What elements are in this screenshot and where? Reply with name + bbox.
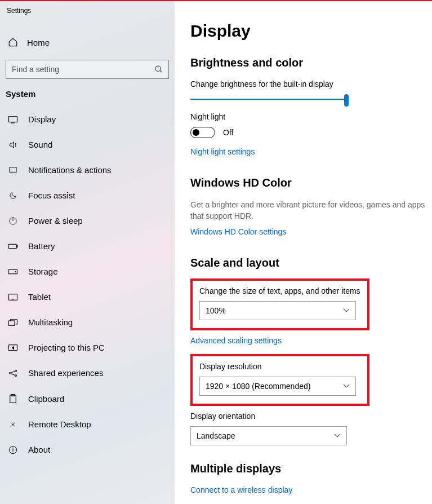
moon-icon xyxy=(8,191,18,200)
sidebar-item-label: Battery xyxy=(28,241,55,251)
chevron-down-icon xyxy=(343,308,350,313)
wireless-display-link[interactable]: Connect to a wireless display xyxy=(190,485,432,494)
brightness-section: Brightness and color Change brightness f… xyxy=(190,56,432,156)
section-title: Scale and layout xyxy=(190,257,432,269)
section-title: Multiple displays xyxy=(190,462,432,475)
nightlight-state: Off xyxy=(223,128,233,137)
sidebar-item-label: Power & sleep xyxy=(28,216,83,226)
chevron-down-icon xyxy=(343,384,350,388)
svg-point-10 xyxy=(15,271,16,272)
text-size-value: 100% xyxy=(206,306,226,315)
sidebar-item-label: Display xyxy=(28,114,56,124)
text-size-select[interactable]: 100% xyxy=(199,301,356,320)
resolution-highlight-box: Display resolution 1920 × 1080 (Recommen… xyxy=(190,354,369,406)
remote-icon xyxy=(8,420,18,429)
sidebar-item-label: Remote Desktop xyxy=(28,419,91,429)
sidebar-item-battery[interactable]: Battery xyxy=(0,233,175,259)
sidebar-item-label: Tablet xyxy=(28,292,51,302)
slider-thumb[interactable] xyxy=(344,94,349,107)
chevron-down-icon xyxy=(334,434,341,438)
resolution-label: Display resolution xyxy=(199,362,360,371)
sidebar-item-shared[interactable]: Shared experiences xyxy=(0,360,175,386)
orientation-value: Landscape xyxy=(197,431,235,440)
sidebar-item-label: Clipboard xyxy=(28,394,64,404)
sidebar: Settings Home System Display Sound xyxy=(0,0,175,504)
nightlight-label: Night light xyxy=(190,112,432,121)
sidebar-item-label: Shared experiences xyxy=(28,368,103,378)
sidebar-item-label: About xyxy=(28,445,50,454)
projecting-icon xyxy=(8,344,18,352)
scale-section: Scale and layout Change the size of text… xyxy=(190,257,432,445)
svg-rect-7 xyxy=(9,244,17,249)
orientation-label: Display orientation xyxy=(190,412,432,421)
hdcolor-link[interactable]: Windows HD Color settings xyxy=(190,227,432,236)
display-icon xyxy=(8,116,18,123)
sidebar-item-label: Projecting to this PC xyxy=(28,343,105,352)
info-icon xyxy=(8,445,18,454)
section-title: Windows HD Color xyxy=(190,176,432,189)
sidebar-item-label: Focus assist xyxy=(28,191,75,200)
shared-icon xyxy=(8,369,18,378)
sidebar-item-label: Multitasking xyxy=(28,317,73,327)
svg-rect-8 xyxy=(17,245,18,247)
svg-point-15 xyxy=(9,372,11,374)
home-label: Home xyxy=(27,38,50,47)
sidebar-item-power[interactable]: Power & sleep xyxy=(0,208,175,233)
svg-line-19 xyxy=(11,373,15,375)
sidebar-item-projecting[interactable]: Projecting to this PC xyxy=(0,335,175,360)
hdcolor-section: Windows HD Color Get a brighter and more… xyxy=(190,176,432,236)
svg-point-17 xyxy=(15,374,17,376)
svg-point-12 xyxy=(13,299,14,300)
brightness-slider[interactable] xyxy=(190,99,347,100)
svg-point-16 xyxy=(15,370,17,372)
home-nav[interactable]: Home xyxy=(0,30,175,54)
sidebar-item-about[interactable]: About xyxy=(0,437,175,462)
page-title: Display xyxy=(190,21,432,41)
main-content: Display Brightness and color Change brig… xyxy=(175,0,432,504)
nightlight-toggle[interactable] xyxy=(190,127,215,138)
scale-highlight-box: Change the size of text, apps, and other… xyxy=(190,278,369,330)
sidebar-item-storage[interactable]: Storage xyxy=(0,259,175,284)
nightlight-settings-link[interactable]: Night light settings xyxy=(190,147,432,156)
hdcolor-desc: Get a brighter and more vibrant picture … xyxy=(190,200,432,222)
svg-rect-2 xyxy=(9,116,17,122)
home-icon xyxy=(8,37,18,47)
svg-point-24 xyxy=(12,448,13,448)
power-icon xyxy=(8,216,18,226)
sidebar-item-remote[interactable]: Remote Desktop xyxy=(0,412,175,437)
multiple-displays-section: Multiple displays Connect to a wireless … xyxy=(190,462,432,494)
sidebar-item-label: Storage xyxy=(28,267,58,276)
sidebar-item-sound[interactable]: Sound xyxy=(0,132,175,157)
sound-icon xyxy=(8,140,18,149)
sidebar-item-label: Sound xyxy=(28,140,52,149)
tablet-icon xyxy=(8,293,18,301)
sidebar-item-label: Notifications & actions xyxy=(28,165,112,175)
window-title: Settings xyxy=(0,1,175,20)
clipboard-icon xyxy=(8,394,18,404)
resolution-select[interactable]: 1920 × 1080 (Recommended) xyxy=(199,377,356,396)
notifications-icon xyxy=(8,166,18,175)
multitasking-icon xyxy=(8,319,18,326)
svg-rect-13 xyxy=(9,321,15,325)
svg-rect-4 xyxy=(10,167,16,172)
svg-line-18 xyxy=(11,371,15,373)
text-size-label: Change the size of text, apps, and other… xyxy=(199,286,360,295)
section-title: Brightness and color xyxy=(190,56,432,69)
search-input[interactable] xyxy=(6,60,169,79)
storage-icon xyxy=(8,268,18,275)
resolution-value: 1920 × 1080 (Recommended) xyxy=(206,382,310,391)
sidebar-item-focus-assist[interactable]: Focus assist xyxy=(0,183,175,208)
sidebar-item-display[interactable]: Display xyxy=(0,107,175,132)
section-label: System xyxy=(0,89,175,107)
sidebar-item-tablet[interactable]: Tablet xyxy=(0,284,175,310)
sidebar-item-clipboard[interactable]: Clipboard xyxy=(0,386,175,412)
brightness-slider-label: Change brightness for the built-in displ… xyxy=(190,79,432,89)
orientation-select[interactable]: Landscape xyxy=(190,426,347,445)
sidebar-item-multitasking[interactable]: Multitasking xyxy=(0,310,175,335)
sidebar-item-notifications[interactable]: Notifications & actions xyxy=(0,157,175,183)
advanced-scaling-link[interactable]: Advanced scaling settings xyxy=(190,336,432,345)
nav-list: Display Sound Notifications & actions Fo… xyxy=(0,107,175,462)
battery-icon xyxy=(8,243,18,250)
